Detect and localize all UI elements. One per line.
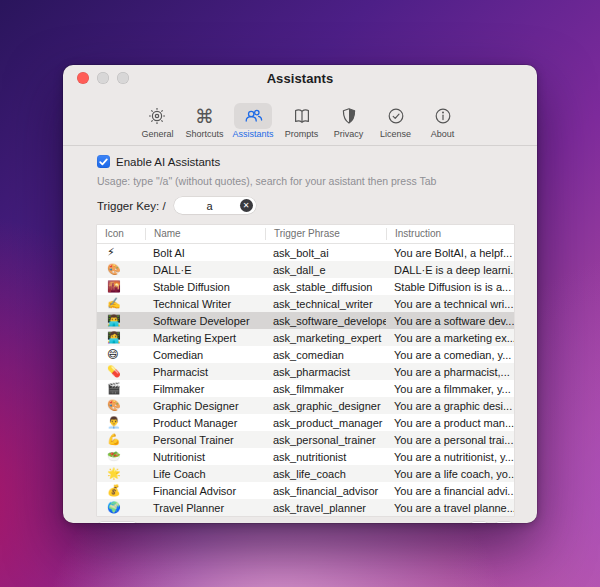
window-title: Assistants: [63, 71, 537, 86]
info-icon: [424, 103, 462, 129]
table-cell-instruction: You are a pharmacist,...: [386, 366, 514, 378]
table-cell-icon: 🌍: [97, 499, 145, 516]
add-assistant-button[interactable]: +: [469, 522, 489, 523]
table-cell-trigger: ask_bolt_ai: [265, 247, 386, 259]
table-cell-icon: 💰: [97, 482, 145, 499]
preferences-toolbar: General ⌘ Shortcuts Assistants: [63, 91, 537, 146]
title-bar: Assistants: [63, 65, 537, 91]
table-cell-icon: ⚡: [97, 244, 145, 261]
table-cell-trigger: ask_personal_trainer: [265, 434, 386, 446]
table-row[interactable]: 😄Comedianask_comedianYou are a comedian,…: [97, 346, 514, 363]
table-row[interactable]: 🎨Graphic Designerask_graphic_designerYou…: [97, 397, 514, 414]
table-cell-name: Technical Writer: [145, 298, 265, 310]
assistants-table: Icon Name Trigger Phrase Instruction ⚡Bo…: [97, 225, 514, 516]
table-cell-name: Personal Trainer: [145, 434, 265, 446]
table-cell-icon: 👨‍💼: [97, 414, 145, 431]
table-row[interactable]: 🌍Travel Plannerask_travel_plannerYou are…: [97, 499, 514, 516]
table-row[interactable]: ⚡Bolt AIask_bolt_aiYou are BoltAI, a hel…: [97, 244, 514, 261]
shield-icon: [330, 103, 368, 129]
table-row[interactable]: 🌟Life Coachask_life_coachYou are a life …: [97, 465, 514, 482]
table-cell-trigger: ask_comedian: [265, 349, 386, 361]
tab-shortcuts[interactable]: ⌘ Shortcuts: [185, 103, 223, 140]
preferences-window: Assistants General ⌘ Shortcuts: [63, 65, 537, 523]
table-cell-instruction: You are BoltAI, a helpf...: [386, 247, 514, 259]
tab-general-label: General: [141, 129, 173, 140]
seal-check-icon: [377, 103, 415, 129]
table-row[interactable]: ✍️Technical Writerask_technical_writerYo…: [97, 295, 514, 312]
edit-button[interactable]: Edit: [97, 522, 138, 523]
trigger-key-label: Trigger Key: /: [97, 200, 166, 212]
table-row[interactable]: 💪Personal Trainerask_personal_trainerYou…: [97, 431, 514, 448]
table-cell-instruction: Stable Diffusion is is a...: [386, 281, 514, 293]
table-cell-instruction: You are a marketing ex...: [386, 332, 514, 344]
table-cell-name: Comedian: [145, 349, 265, 361]
table-cell-instruction: You are a personal trai...: [386, 434, 514, 446]
column-header-name[interactable]: Name: [145, 228, 265, 240]
table-cell-trigger: ask_travel_planner: [265, 502, 386, 514]
table-cell-instruction: You are a filmmaker, y...: [386, 383, 514, 395]
table-cell-trigger: ask_filmmaker: [265, 383, 386, 395]
table-cell-instruction: You are a life coach, yo...: [386, 468, 514, 480]
tab-prompts-label: Prompts: [285, 129, 319, 140]
table-header: Icon Name Trigger Phrase Instruction: [97, 225, 514, 244]
book-icon: [283, 103, 321, 129]
trigger-key-field: ✕: [174, 197, 256, 214]
tab-prompts[interactable]: Prompts: [283, 103, 321, 140]
table-cell-trigger: ask_marketing_expert: [265, 332, 386, 344]
column-header-trigger-phrase[interactable]: Trigger Phrase: [265, 228, 386, 240]
remove-assistant-button[interactable]: -: [494, 522, 514, 523]
table-cell-name: Stable Diffusion: [145, 281, 265, 293]
command-icon: ⌘: [185, 103, 223, 129]
column-header-instruction[interactable]: Instruction: [386, 228, 514, 240]
table-footer: Edit + -: [97, 522, 514, 523]
tab-privacy[interactable]: Privacy: [330, 103, 368, 140]
column-header-icon[interactable]: Icon: [97, 228, 145, 240]
table-cell-name: Nutritionist: [145, 451, 265, 463]
table-cell-instruction: You are a financial advi...: [386, 485, 514, 497]
gear-icon: [138, 103, 176, 129]
table-cell-trigger: ask_financial_advisor: [265, 485, 386, 497]
table-row[interactable]: 💊Pharmacistask_pharmacistYou are a pharm…: [97, 363, 514, 380]
tab-license[interactable]: License: [377, 103, 415, 140]
table-cell-icon: 🌟: [97, 465, 145, 482]
assistants-pane: Enable AI Assistants Usage: type "/a" (w…: [63, 146, 537, 523]
tab-privacy-label: Privacy: [334, 129, 364, 140]
usage-hint-text: Usage: type "/a" (without quotes), searc…: [97, 175, 537, 187]
table-cell-icon: 🌇: [97, 278, 145, 295]
table-cell-icon: 💊: [97, 363, 145, 380]
table-cell-icon: 😄: [97, 346, 145, 363]
enable-assistants-checkbox[interactable]: [97, 155, 110, 168]
table-cell-instruction: You are a product man...: [386, 417, 514, 429]
table-cell-name: Bolt AI: [145, 247, 265, 259]
table-cell-name: DALL·E: [145, 264, 265, 276]
table-cell-instruction: You are a travel planne...: [386, 502, 514, 514]
table-cell-instruction: You are a software dev...: [386, 315, 514, 327]
table-row[interactable]: 🎨DALL·Eask_dall_eDALL·E is a deep learni…: [97, 261, 514, 278]
clear-field-icon[interactable]: ✕: [240, 199, 253, 212]
table-cell-icon: 🥗: [97, 448, 145, 465]
table-row[interactable]: 🥗Nutritionistask_nutritionistYou are a n…: [97, 448, 514, 465]
tab-assistants[interactable]: Assistants: [233, 103, 274, 140]
table-row[interactable]: 💰Financial Advisorask_financial_advisorY…: [97, 482, 514, 499]
table-cell-name: Travel Planner: [145, 502, 265, 514]
table-cell-trigger: ask_technical_writer: [265, 298, 386, 310]
table-cell-name: Pharmacist: [145, 366, 265, 378]
table-row[interactable]: 🌇Stable Diffusionask_stable_diffusionSta…: [97, 278, 514, 295]
enable-assistants-label: Enable AI Assistants: [116, 156, 220, 168]
table-cell-icon: 💪: [97, 431, 145, 448]
table-cell-name: Filmmaker: [145, 383, 265, 395]
table-cell-icon: 🎬: [97, 380, 145, 397]
tab-about[interactable]: About: [424, 103, 462, 140]
table-row[interactable]: 👨‍💼Product Managerask_product_managerYou…: [97, 414, 514, 431]
table-cell-trigger: ask_dall_e: [265, 264, 386, 276]
table-row[interactable]: 👨‍💻Software Developerask_software_develo…: [97, 312, 514, 329]
table-cell-name: Financial Advisor: [145, 485, 265, 497]
table-row[interactable]: 👩‍💻Marketing Expertask_marketing_expertY…: [97, 329, 514, 346]
table-cell-name: Marketing Expert: [145, 332, 265, 344]
table-cell-trigger: ask_software_developer: [265, 315, 386, 327]
table-row[interactable]: 🎬Filmmakerask_filmmakerYou are a filmmak…: [97, 380, 514, 397]
table-cell-instruction: DALL·E is a deep learni...: [386, 264, 514, 276]
table-cell-instruction: You are a technical wri...: [386, 298, 514, 310]
table-cell-trigger: ask_graphic_designer: [265, 400, 386, 412]
tab-general[interactable]: General: [138, 103, 176, 140]
